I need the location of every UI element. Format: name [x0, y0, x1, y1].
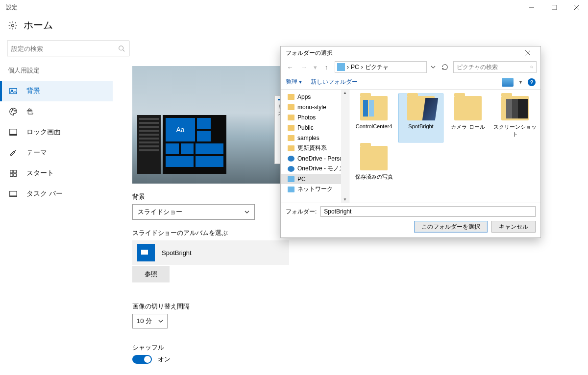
view-mode-button[interactable]	[502, 78, 514, 87]
tree-item-label: mono-style	[297, 104, 326, 111]
dialog-close-button[interactable]	[518, 47, 538, 59]
interval-dropdown[interactable]: 10 分	[132, 314, 168, 328]
nav-themes[interactable]: テーマ	[0, 142, 113, 163]
tree-item[interactable]: 更新資料系	[281, 143, 349, 153]
tree-item-label: OneDrive - Person	[297, 155, 346, 162]
nav-start[interactable]: スタート	[0, 163, 113, 184]
tree-item-label: PC	[297, 176, 306, 183]
close-button[interactable]	[565, 0, 588, 15]
palette-icon	[9, 107, 18, 116]
folder-field-input[interactable]	[320, 206, 536, 217]
home-header[interactable]: ホーム	[0, 15, 588, 41]
tree-item[interactable]: Public	[281, 122, 349, 133]
toolbar-new-folder[interactable]: 新しいフォルダー	[311, 78, 358, 86]
preview-tile-aa: Aa	[166, 118, 195, 141]
svg-rect-12	[10, 129, 17, 135]
folder-item[interactable]: スクリーンショット	[492, 94, 538, 142]
tree-item[interactable]: OneDrive - Person	[281, 153, 349, 164]
svg-rect-13	[10, 135, 17, 136]
folder-label: SpotBright	[408, 123, 433, 129]
svg-rect-15	[14, 170, 16, 173]
nav-lockscreen[interactable]: ロック画面	[0, 122, 113, 142]
nav-forward-button[interactable]: →	[298, 62, 309, 72]
search-icon	[530, 66, 533, 69]
taskbar-icon	[9, 189, 18, 198]
folder-grid[interactable]: ControlCenter4SpotBrightカメラ ロールスクリーンショット…	[349, 90, 540, 203]
tree-item[interactable]: Apps	[281, 92, 349, 102]
cloud-icon	[288, 166, 294, 172]
tree-item[interactable]: OneDrive - モノスタ	[281, 164, 349, 174]
toolbar-organize[interactable]: 整理 ▾	[286, 78, 302, 86]
refresh-button[interactable]	[440, 62, 450, 72]
folder-tree[interactable]: Appsmono-stylePhotosPublicsamples更新資料系On…	[281, 90, 349, 203]
dialog-search[interactable]	[453, 61, 537, 73]
select-folder-button[interactable]: このフォルダーを選択	[414, 221, 488, 233]
folder-icon	[360, 146, 388, 170]
tree-item[interactable]: Photos	[281, 112, 349, 122]
help-button[interactable]: ?	[528, 78, 536, 86]
settings-search[interactable]	[7, 41, 129, 56]
breadcrumb-sep: ›	[361, 64, 363, 70]
folder-item[interactable]: 保存済みの写真	[351, 143, 396, 192]
shuffle-state: オン	[158, 355, 171, 364]
tree-item[interactable]: mono-style	[281, 102, 349, 112]
nav-label: ロック画面	[26, 128, 61, 137]
address-bar[interactable]: › PC › ピクチャ	[335, 61, 427, 73]
scroll-down-icon[interactable]: ▼	[343, 197, 347, 202]
home-label: ホーム	[24, 19, 53, 32]
tree-item[interactable]: ネットワーク	[281, 184, 349, 194]
browse-button[interactable]: 参照	[132, 266, 170, 282]
folder-icon	[501, 96, 529, 120]
nav-up-button[interactable]: ↑	[321, 62, 332, 72]
nav-colors[interactable]: 色	[0, 101, 113, 122]
scroll-up-icon[interactable]: ▲	[343, 91, 347, 95]
drive-icon	[288, 187, 294, 192]
interval-label: 画像の切り替え間隔	[132, 302, 568, 311]
shuffle-toggle[interactable]	[132, 355, 152, 364]
search-input[interactable]	[11, 45, 118, 52]
svg-rect-18	[10, 191, 17, 197]
image-icon	[9, 87, 18, 95]
background-mode-dropdown[interactable]: スライドショー	[132, 204, 255, 220]
search-icon	[118, 45, 125, 52]
tree-item-label: Apps	[297, 94, 311, 100]
dialog-search-input[interactable]	[457, 64, 530, 70]
svg-point-9	[11, 111, 12, 112]
nav-recent-dropdown[interactable]: ▾	[312, 62, 318, 72]
nav-label: テーマ	[26, 148, 47, 157]
folder-item[interactable]: ControlCenter4	[351, 94, 396, 142]
maximize-button[interactable]	[543, 0, 565, 15]
breadcrumb-current[interactable]: ピクチャ	[365, 63, 389, 71]
folder-label: 保存済みの写真	[355, 173, 393, 181]
folder-field-label: フォルダー:	[286, 208, 317, 216]
svg-rect-17	[14, 174, 16, 176]
address-history-dropdown[interactable]	[430, 62, 437, 72]
tree-item[interactable]: samples	[281, 133, 349, 143]
tree-item[interactable]: PC	[281, 174, 349, 184]
folder-icon	[288, 135, 294, 141]
cloud-icon	[288, 156, 294, 162]
preview-tiles: Aa	[163, 115, 226, 174]
tree-scrollbar[interactable]: ▲ ▼	[341, 90, 349, 203]
brush-icon	[9, 148, 18, 157]
nav-taskbar[interactable]: タスク バー	[0, 184, 113, 204]
cancel-button[interactable]: キャンセル	[491, 221, 536, 233]
view-mode-dropdown[interactable]: ▼	[518, 80, 523, 85]
breadcrumb-sep: ›	[347, 64, 349, 70]
folder-icon	[360, 96, 388, 120]
folder-icon	[288, 145, 294, 151]
folder-label: ControlCenter4	[356, 123, 392, 129]
minimize-button[interactable]	[520, 0, 543, 15]
folder-icon	[288, 125, 294, 131]
window-title: 設定	[6, 3, 18, 12]
folder-item[interactable]: カメラ ロール	[445, 94, 490, 142]
folder-icon	[288, 115, 294, 120]
breadcrumb-root[interactable]: PC	[351, 64, 359, 70]
drive-icon	[337, 63, 345, 71]
nav-label: タスク バー	[26, 189, 63, 198]
folder-item[interactable]: SpotBright	[398, 94, 443, 142]
nav-background[interactable]: 背景	[0, 81, 113, 101]
svg-rect-7	[10, 89, 17, 94]
chevron-down-icon	[245, 210, 249, 214]
nav-back-button[interactable]: ←	[285, 62, 295, 72]
